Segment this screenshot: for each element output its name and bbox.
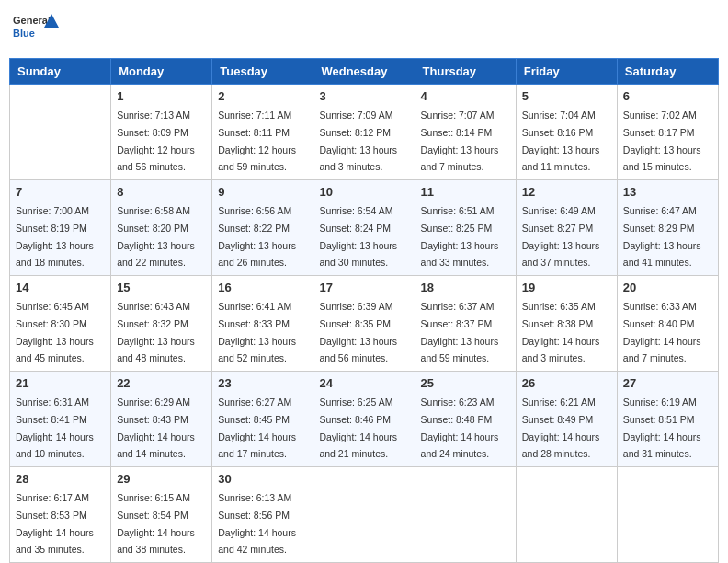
day-number: 23 (218, 376, 307, 390)
calendar-cell: 14 Sunrise: 6:45 AMSunset: 8:30 PMDaylig… (10, 276, 111, 372)
calendar-week-row: 21 Sunrise: 6:31 AMSunset: 8:41 PMDaylig… (10, 372, 719, 467)
day-number: 10 (319, 185, 408, 199)
weekday-header-monday: Monday (111, 59, 212, 85)
day-number: 3 (319, 89, 408, 103)
calendar-table: SundayMondayTuesdayWednesdayThursdayFrid… (9, 58, 719, 563)
day-number: 8 (117, 185, 206, 199)
calendar-cell: 28 Sunrise: 6:17 AMSunset: 8:53 PMDaylig… (10, 467, 111, 563)
calendar-cell: 3 Sunrise: 7:09 AMSunset: 8:12 PMDayligh… (313, 85, 415, 180)
day-info: Sunrise: 6:29 AMSunset: 8:43 PMDaylight:… (117, 396, 195, 459)
day-number: 25 (421, 376, 510, 390)
day-number: 24 (319, 376, 408, 390)
day-info: Sunrise: 6:31 AMSunset: 8:41 PMDaylight:… (16, 396, 94, 459)
calendar-cell: 8 Sunrise: 6:58 AMSunset: 8:20 PMDayligh… (111, 180, 212, 276)
calendar-cell: 6 Sunrise: 7:02 AMSunset: 8:17 PMDayligh… (617, 85, 718, 180)
day-info: Sunrise: 6:45 AMSunset: 8:30 PMDaylight:… (16, 301, 94, 363)
calendar-cell: 15 Sunrise: 6:43 AMSunset: 8:32 PMDaylig… (111, 276, 212, 372)
calendar-cell: 16 Sunrise: 6:41 AMSunset: 8:33 PMDaylig… (212, 276, 313, 372)
day-info: Sunrise: 6:43 AMSunset: 8:32 PMDaylight:… (117, 301, 195, 363)
weekday-header-tuesday: Tuesday (212, 59, 313, 85)
day-number: 1 (117, 89, 206, 103)
day-number: 7 (16, 185, 105, 199)
logo: General Blue (13, 9, 59, 51)
calendar-cell: 13 Sunrise: 6:47 AMSunset: 8:29 PMDaylig… (617, 180, 718, 276)
calendar-week-row: 1 Sunrise: 7:13 AMSunset: 8:09 PMDayligh… (10, 85, 719, 180)
day-info: Sunrise: 6:41 AMSunset: 8:33 PMDaylight:… (218, 301, 296, 363)
day-info: Sunrise: 6:51 AMSunset: 8:25 PMDaylight:… (421, 205, 499, 268)
day-info: Sunrise: 7:07 AMSunset: 8:14 PMDaylight:… (421, 109, 499, 172)
day-number: 29 (117, 472, 206, 486)
calendar-cell: 22 Sunrise: 6:29 AMSunset: 8:43 PMDaylig… (111, 372, 212, 467)
day-info: Sunrise: 6:19 AMSunset: 8:51 PMDaylight:… (623, 396, 701, 459)
day-number: 14 (16, 281, 105, 294)
day-number: 6 (623, 89, 712, 103)
day-info: Sunrise: 6:17 AMSunset: 8:53 PMDaylight:… (16, 492, 94, 555)
day-info: Sunrise: 6:23 AMSunset: 8:48 PMDaylight:… (421, 396, 499, 459)
calendar-cell (415, 467, 516, 563)
calendar-week-row: 7 Sunrise: 7:00 AMSunset: 8:19 PMDayligh… (10, 180, 719, 276)
day-number: 9 (218, 185, 307, 199)
calendar-cell: 1 Sunrise: 7:13 AMSunset: 8:09 PMDayligh… (111, 85, 212, 180)
day-info: Sunrise: 6:33 AMSunset: 8:40 PMDaylight:… (623, 301, 701, 363)
logo-svg: General Blue (13, 9, 59, 51)
day-info: Sunrise: 7:13 AMSunset: 8:09 PMDaylight:… (117, 109, 195, 172)
weekday-header-saturday: Saturday (617, 59, 718, 85)
calendar-cell: 25 Sunrise: 6:23 AMSunset: 8:48 PMDaylig… (415, 372, 516, 467)
day-number: 22 (117, 376, 206, 390)
calendar-cell: 7 Sunrise: 7:00 AMSunset: 8:19 PMDayligh… (10, 180, 111, 276)
calendar-week-row: 28 Sunrise: 6:17 AMSunset: 8:53 PMDaylig… (10, 467, 719, 563)
day-number: 20 (623, 281, 712, 294)
calendar-cell: 10 Sunrise: 6:54 AMSunset: 8:24 PMDaylig… (313, 180, 415, 276)
day-number: 26 (522, 376, 611, 390)
calendar-cell: 29 Sunrise: 6:15 AMSunset: 8:54 PMDaylig… (111, 467, 212, 563)
day-number: 17 (319, 281, 408, 294)
day-number: 19 (522, 281, 611, 294)
calendar-cell: 23 Sunrise: 6:27 AMSunset: 8:45 PMDaylig… (212, 372, 313, 467)
calendar-cell: 19 Sunrise: 6:35 AMSunset: 8:38 PMDaylig… (516, 276, 617, 372)
calendar-cell (10, 85, 111, 180)
day-number: 18 (421, 281, 510, 294)
day-number: 12 (522, 185, 611, 199)
day-info: Sunrise: 6:25 AMSunset: 8:46 PMDaylight:… (319, 396, 397, 459)
day-number: 4 (421, 89, 510, 103)
weekday-header-row: SundayMondayTuesdayWednesdayThursdayFrid… (10, 59, 719, 85)
calendar-cell: 20 Sunrise: 6:33 AMSunset: 8:40 PMDaylig… (617, 276, 718, 372)
day-info: Sunrise: 6:27 AMSunset: 8:45 PMDaylight:… (218, 396, 296, 459)
day-info: Sunrise: 6:37 AMSunset: 8:37 PMDaylight:… (421, 301, 499, 363)
weekday-header-thursday: Thursday (415, 59, 516, 85)
calendar-cell: 18 Sunrise: 6:37 AMSunset: 8:37 PMDaylig… (415, 276, 516, 372)
weekday-header-sunday: Sunday (10, 59, 111, 85)
calendar-cell: 11 Sunrise: 6:51 AMSunset: 8:25 PMDaylig… (415, 180, 516, 276)
calendar-cell: 24 Sunrise: 6:25 AMSunset: 8:46 PMDaylig… (313, 372, 415, 467)
day-info: Sunrise: 6:54 AMSunset: 8:24 PMDaylight:… (319, 205, 397, 268)
day-number: 27 (623, 376, 712, 390)
weekday-header-wednesday: Wednesday (313, 59, 415, 85)
day-info: Sunrise: 7:04 AMSunset: 8:16 PMDaylight:… (522, 109, 600, 172)
calendar-cell: 27 Sunrise: 6:19 AMSunset: 8:51 PMDaylig… (617, 372, 718, 467)
day-number: 15 (117, 281, 206, 294)
calendar-cell: 26 Sunrise: 6:21 AMSunset: 8:49 PMDaylig… (516, 372, 617, 467)
day-number: 21 (16, 376, 105, 390)
svg-text:Blue: Blue (13, 28, 35, 39)
svg-text:General: General (13, 15, 51, 26)
weekday-header-friday: Friday (516, 59, 617, 85)
day-info: Sunrise: 7:09 AMSunset: 8:12 PMDaylight:… (319, 109, 397, 172)
day-number: 13 (623, 185, 712, 199)
calendar-cell (313, 467, 415, 563)
calendar-cell: 4 Sunrise: 7:07 AMSunset: 8:14 PMDayligh… (415, 85, 516, 180)
calendar-cell (617, 467, 718, 563)
day-number: 30 (218, 472, 307, 486)
calendar-week-row: 14 Sunrise: 6:45 AMSunset: 8:30 PMDaylig… (10, 276, 719, 372)
calendar-cell: 17 Sunrise: 6:39 AMSunset: 8:35 PMDaylig… (313, 276, 415, 372)
calendar-cell: 12 Sunrise: 6:49 AMSunset: 8:27 PMDaylig… (516, 180, 617, 276)
day-number: 28 (16, 472, 105, 486)
day-info: Sunrise: 6:56 AMSunset: 8:22 PMDaylight:… (218, 205, 296, 268)
calendar-cell: 5 Sunrise: 7:04 AMSunset: 8:16 PMDayligh… (516, 85, 617, 180)
calendar-cell: 21 Sunrise: 6:31 AMSunset: 8:41 PMDaylig… (10, 372, 111, 467)
calendar-cell (516, 467, 617, 563)
day-number: 5 (522, 89, 611, 103)
calendar-cell: 2 Sunrise: 7:11 AMSunset: 8:11 PMDayligh… (212, 85, 313, 180)
day-info: Sunrise: 7:00 AMSunset: 8:19 PMDaylight:… (16, 205, 94, 268)
day-info: Sunrise: 6:15 AMSunset: 8:54 PMDaylight:… (117, 492, 195, 555)
day-info: Sunrise: 7:02 AMSunset: 8:17 PMDaylight:… (623, 109, 701, 172)
